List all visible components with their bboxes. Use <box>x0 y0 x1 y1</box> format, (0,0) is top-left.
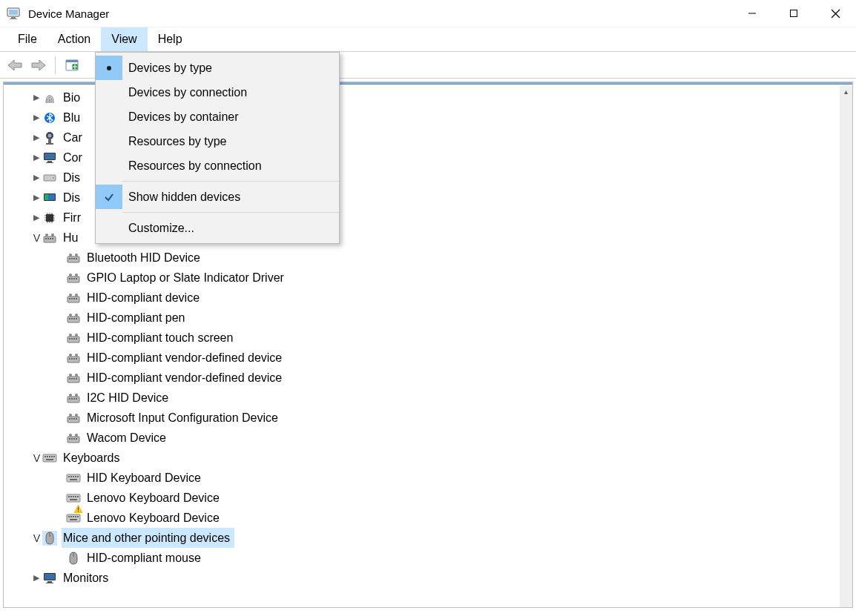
window-title: Device Manager <box>28 7 109 20</box>
chevron-right-icon[interactable]: ▶ <box>30 188 42 208</box>
svg-rect-106 <box>47 456 48 457</box>
svg-rect-73 <box>76 358 77 360</box>
svg-rect-51 <box>73 298 75 299</box>
svg-point-67 <box>69 334 72 337</box>
vertical-scrollbar[interactable]: ▴ <box>840 85 852 607</box>
properties-button[interactable] <box>62 55 82 76</box>
menu-devices-by-container[interactable]: Devices by container <box>96 105 339 129</box>
disk-icon <box>42 170 57 185</box>
svg-rect-5 <box>791 10 797 17</box>
tree-item[interactable]: Bluetooth HID Device <box>4 248 852 268</box>
scroll-up-icon[interactable]: ▴ <box>840 85 852 98</box>
close-button[interactable] <box>814 0 856 27</box>
tree-item[interactable]: Lenovo Keyboard Device <box>4 488 852 508</box>
chevron-right-icon[interactable]: ▶ <box>30 168 42 188</box>
tree-item[interactable]: I2C HID Device <box>4 388 852 408</box>
svg-rect-107 <box>49 456 50 457</box>
tree-item[interactable]: HID-compliant vendor-defined device <box>4 348 852 368</box>
tree-item[interactable]: GPIO Laptop or Slate Indicator Driver <box>4 268 852 288</box>
menu-resources-by-connection[interactable]: Resources by connection <box>96 153 339 178</box>
tree-item[interactable]: Microsoft Input Configuration Device <box>4 408 852 428</box>
tree-label: HID-compliant pen <box>85 308 188 328</box>
svg-point-102 <box>69 434 72 437</box>
menu-customize[interactable]: Customize... <box>96 216 339 240</box>
chevron-right-icon[interactable]: ▶ <box>30 107 42 127</box>
svg-rect-72 <box>73 358 75 360</box>
tree-item[interactable]: Lenovo Keyboard Device <box>4 508 852 528</box>
tree-label: HID-compliant mouse <box>85 548 204 568</box>
svg-rect-77 <box>69 378 70 380</box>
chevron-down-icon[interactable]: ⋁ <box>30 228 42 248</box>
svg-rect-111 <box>67 474 80 482</box>
menu-resources-by-type[interactable]: Resources by type <box>96 129 339 153</box>
tree-label: Lenovo Keyboard Device <box>85 488 223 508</box>
menubar: File Action View Help <box>0 27 856 52</box>
svg-rect-137 <box>45 574 55 580</box>
back-button[interactable] <box>4 55 25 76</box>
menu-file[interactable]: File <box>7 27 47 51</box>
chevron-down-icon[interactable]: ⋁ <box>30 448 42 468</box>
tree-item[interactable]: Wacom Device <box>4 428 852 448</box>
tree-label: HID-compliant vendor-defined device <box>85 348 285 368</box>
tree-item[interactable]: HID-compliant mouse <box>4 548 852 568</box>
svg-rect-18 <box>47 161 52 162</box>
tree-label: Bio <box>62 87 83 107</box>
svg-rect-64 <box>71 338 73 340</box>
tree-item[interactable]: HID-compliant touch screen <box>4 328 852 348</box>
tree-item[interactable]: HID Keyboard Device <box>4 468 852 488</box>
tree-label: Hu <box>62 228 81 248</box>
svg-rect-112 <box>68 476 70 477</box>
svg-rect-43 <box>71 278 73 279</box>
svg-rect-109 <box>53 456 55 457</box>
tree-label: Firr <box>62 208 84 228</box>
maximize-button[interactable] <box>773 0 814 27</box>
forward-button[interactable] <box>28 55 49 76</box>
tree-item[interactable]: HID-compliant vendor-defined device <box>4 368 852 388</box>
tree-item[interactable]: HID-compliant pen <box>4 308 852 328</box>
menu-view[interactable]: View <box>101 27 147 51</box>
chevron-right-icon[interactable]: ▶ <box>30 127 42 148</box>
minimize-button[interactable] <box>731 0 773 27</box>
menu-devices-by-type[interactable]: Devices by type <box>96 56 339 80</box>
svg-point-61 <box>75 314 78 317</box>
hid-icon <box>42 231 57 245</box>
svg-rect-42 <box>69 278 70 279</box>
view-dropdown: Devices by type Devices by connection De… <box>95 52 340 244</box>
tree-label: HID-compliant touch screen <box>85 328 236 348</box>
bullet-icon <box>96 56 122 80</box>
menu-help[interactable]: Help <box>148 27 193 51</box>
fingerprint-icon <box>42 90 57 105</box>
tree-item[interactable]: HID-compliant device <box>4 288 852 308</box>
chevron-down-icon[interactable]: ⋁ <box>30 528 42 548</box>
svg-rect-36 <box>71 258 73 259</box>
svg-rect-52 <box>76 298 77 299</box>
svg-rect-84 <box>69 398 70 400</box>
chevron-right-icon[interactable]: ▶ <box>30 87 42 107</box>
tree-category-monitors[interactable]: ▶ Monitors <box>4 568 852 588</box>
svg-rect-114 <box>73 476 74 477</box>
chevron-right-icon[interactable]: ▶ <box>30 208 42 228</box>
monitor-icon <box>42 571 57 586</box>
svg-rect-2 <box>11 17 16 19</box>
hid-icon <box>66 291 81 305</box>
menu-devices-by-connection[interactable]: Devices by connection <box>96 80 339 105</box>
menu-action[interactable]: Action <box>47 27 101 51</box>
menu-show-hidden[interactable]: Show hidden devices <box>96 185 339 209</box>
tree-label: Blu <box>62 107 83 127</box>
check-icon <box>96 185 122 209</box>
keyboard-icon <box>66 471 81 486</box>
svg-rect-28 <box>45 238 47 239</box>
svg-line-7 <box>832 10 840 18</box>
menu-label: Resources by type <box>122 135 227 148</box>
menu-label: Show hidden devices <box>122 191 240 204</box>
chevron-right-icon[interactable]: ▶ <box>30 148 42 168</box>
tree-category-mice[interactable]: ⋁ Mice and other pointing devices <box>4 528 852 548</box>
svg-point-39 <box>69 254 72 256</box>
chevron-right-icon[interactable]: ▶ <box>30 568 42 588</box>
monitor-icon <box>42 150 57 165</box>
svg-rect-87 <box>76 398 77 400</box>
hid-icon <box>66 371 81 385</box>
tree-category-keyboards[interactable]: ⋁ Keyboards <box>4 448 852 468</box>
svg-rect-80 <box>76 378 77 380</box>
svg-point-95 <box>69 414 72 417</box>
